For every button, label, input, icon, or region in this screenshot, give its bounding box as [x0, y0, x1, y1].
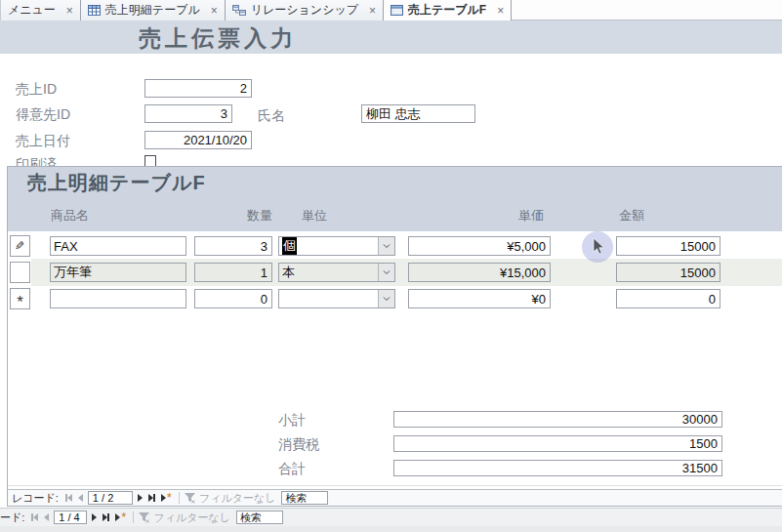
sales-id-field[interactable]: 2: [144, 79, 252, 98]
tab-label: 売上テーブルF: [408, 2, 486, 19]
amount-cell[interactable]: 15000: [616, 263, 720, 282]
qty-cell[interactable]: 3: [194, 236, 272, 256]
tab-menu[interactable]: メニュー ×: [0, 0, 81, 20]
sales-date-label: 売上日付: [16, 133, 70, 150]
last-record-button[interactable]: [145, 490, 158, 506]
amount-cell[interactable]: 15000: [616, 236, 720, 256]
chevron-down-icon: [383, 270, 391, 275]
unit-combo[interactable]: [278, 289, 395, 308]
window-bottom-strip: [0, 526, 782, 532]
previous-record-button[interactable]: [41, 509, 52, 526]
tab-label: リレーションシップ: [251, 2, 358, 19]
record-selector[interactable]: [10, 262, 30, 283]
product-cell[interactable]: [50, 289, 186, 308]
close-icon[interactable]: ×: [497, 4, 504, 18]
record-position[interactable]: 1 / 2: [88, 491, 133, 505]
record-label: レコード:: [12, 491, 59, 506]
tab-label: 売上明細テーブル: [105, 2, 200, 19]
mouse-cursor-icon: [593, 237, 605, 255]
column-header-amount: 金額: [619, 207, 644, 225]
document-tab-bar: メニュー × 売上明細テーブル × リレーションシップ × 売上テーブルF ×: [0, 0, 782, 20]
filter-funnel-icon: [184, 492, 196, 504]
close-icon[interactable]: ×: [66, 4, 73, 18]
record-position[interactable]: 1 / 4: [54, 511, 87, 524]
previous-record-button[interactable]: [75, 490, 86, 506]
close-icon[interactable]: ×: [211, 4, 218, 18]
sales-detail-subform: 売上明細テーブルF 商品名 数量 単位 単価 金額 ✎ * FAX 3 個 ¥5…: [7, 166, 782, 507]
product-cell[interactable]: FAX: [50, 236, 186, 256]
total-label: 合計: [278, 461, 306, 478]
column-header-qty: 数量: [247, 207, 272, 225]
form-header-band: [0, 20, 782, 54]
amount-cell[interactable]: 0: [616, 289, 720, 308]
column-header-unit: 単位: [302, 207, 327, 225]
tax-label: 消費税: [278, 436, 319, 454]
column-header-price: 単価: [518, 207, 544, 225]
form-icon: [391, 5, 403, 16]
divider: [133, 512, 134, 523]
chevron-down-icon: [383, 244, 391, 249]
subform-record-navigation: レコード: 1 / 2 * フィルターなし: [8, 489, 782, 506]
new-record-asterisk-icon: *: [121, 510, 126, 524]
subtotal-label: 小計: [278, 412, 306, 430]
tab-sales-detail-table[interactable]: 売上明細テーブル ×: [81, 0, 226, 20]
table-icon: [88, 5, 101, 16]
new-record-asterisk-icon: *: [17, 300, 23, 306]
price-cell[interactable]: ¥0: [408, 289, 551, 308]
first-record-button[interactable]: [62, 490, 75, 506]
next-record-button[interactable]: [89, 509, 100, 526]
search-input[interactable]: [281, 491, 328, 505]
qty-cell[interactable]: 0: [194, 289, 272, 308]
dropdown-button[interactable]: [378, 264, 394, 281]
access-window: メニュー × 売上明細テーブル × リレーションシップ × 売上テーブルF × …: [0, 0, 782, 532]
new-record-button[interactable]: *: [158, 490, 175, 506]
total-field[interactable]: 31500: [393, 460, 722, 476]
tab-relationship[interactable]: リレーションシップ ×: [226, 0, 384, 20]
filter-status-label[interactable]: フィルターなし: [199, 491, 276, 506]
mainform-record-navigation: ード: 1 / 4 * フィルターなし: [0, 508, 782, 526]
dropdown-button[interactable]: [378, 290, 394, 307]
product-cell[interactable]: 万年筆: [50, 263, 186, 282]
price-cell[interactable]: ¥15,000: [408, 263, 551, 282]
filter-status-label[interactable]: フィルターなし: [153, 511, 230, 525]
subtotal-field[interactable]: 30000: [393, 411, 722, 428]
product-value: FAX: [54, 239, 78, 254]
name-field[interactable]: 柳田 忠志: [361, 104, 475, 123]
qty-cell[interactable]: 1: [194, 263, 272, 282]
next-record-button[interactable]: [135, 490, 145, 506]
unit-combo[interactable]: 個: [278, 236, 395, 256]
record-selector-new[interactable]: *: [10, 288, 30, 309]
unit-combo[interactable]: 本: [278, 263, 395, 282]
page-title: 売上伝票入力: [139, 23, 297, 54]
record-label: ード:: [0, 511, 24, 525]
divider: [179, 492, 180, 504]
sales-date-field[interactable]: 2021/10/20: [144, 131, 252, 149]
close-icon[interactable]: ×: [369, 4, 376, 18]
tab-sales-table-form[interactable]: 売上テーブルF ×: [384, 0, 512, 20]
subform-title: 売上明細テーブルF: [27, 170, 206, 196]
customer-id-label: 得意先ID: [16, 106, 70, 124]
name-label: 氏名: [258, 107, 285, 125]
customer-id-field[interactable]: 3: [144, 104, 232, 123]
price-cell[interactable]: ¥5,000: [408, 236, 551, 256]
record-selector-editing[interactable]: ✎: [10, 235, 30, 257]
search-input[interactable]: [236, 511, 283, 524]
last-record-button[interactable]: [100, 509, 112, 526]
unit-value-selected: 個: [282, 237, 297, 255]
sales-id-label: 売上ID: [16, 81, 57, 99]
pencil-icon: ✎: [15, 240, 24, 252]
tax-field[interactable]: 1500: [393, 435, 722, 452]
first-record-button[interactable]: [28, 509, 41, 526]
unit-value: 本: [282, 264, 295, 281]
filter-funnel-icon: [138, 512, 150, 523]
dropdown-button[interactable]: [378, 237, 394, 255]
product-value: 万年筆: [54, 264, 92, 281]
new-record-button[interactable]: *: [112, 509, 129, 526]
divider: [8, 485, 782, 486]
tab-label: メニュー: [8, 2, 56, 19]
relationship-icon: [232, 5, 246, 16]
new-record-asterisk-icon: *: [167, 490, 172, 505]
column-header-product: 商品名: [51, 207, 89, 225]
chevron-down-icon: [383, 297, 391, 302]
